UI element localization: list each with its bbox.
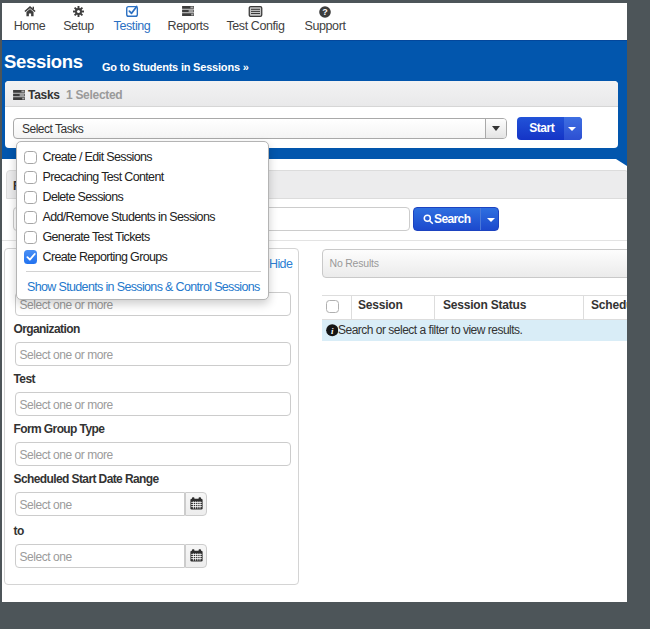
svg-text:?: ? bbox=[322, 7, 328, 17]
